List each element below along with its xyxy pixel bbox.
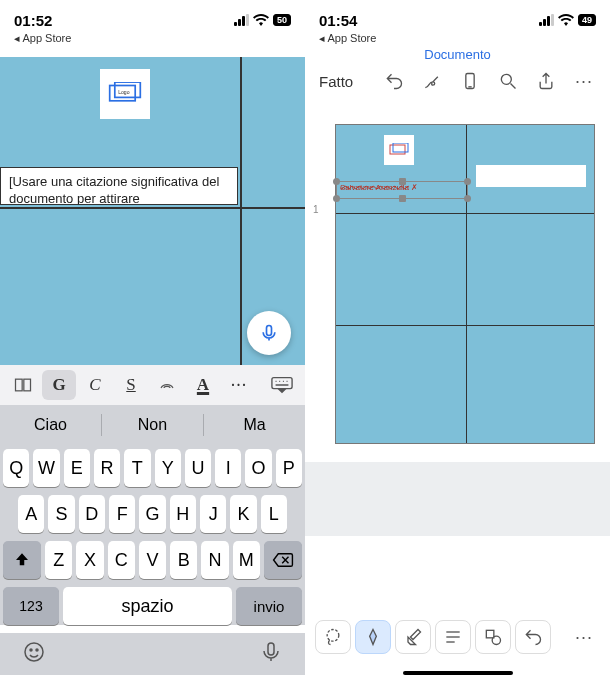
author-text[interactable]: Salvatore Aranzulla ✗	[340, 183, 418, 192]
key[interactable]: L	[261, 495, 287, 533]
key[interactable]: P	[276, 449, 302, 487]
logo-placeholder	[384, 135, 414, 165]
quote-textbox[interactable]: [Usare una citazione significativa del d…	[0, 167, 238, 205]
key[interactable]: B	[170, 541, 197, 579]
grid-line	[336, 325, 594, 326]
grid-line	[466, 125, 467, 443]
svg-rect-10	[268, 643, 274, 655]
svg-point-7	[25, 643, 43, 661]
status-icons: 49	[539, 14, 596, 26]
keyboard-toggle-button[interactable]	[265, 370, 299, 400]
more-format-button[interactable]: ···	[222, 370, 256, 400]
format-toolbar: G C S A ···	[0, 365, 305, 405]
document-canvas[interactable]: Salvatore Aranzulla ✗	[335, 124, 595, 444]
draw-button[interactable]	[416, 66, 448, 96]
key[interactable]: I	[215, 449, 241, 487]
enter-key[interactable]: invio	[236, 587, 302, 625]
emoji-button[interactable]	[22, 640, 46, 668]
lasso-button[interactable]	[315, 620, 351, 654]
textbox[interactable]	[476, 165, 586, 187]
key[interactable]: C	[108, 541, 135, 579]
key[interactable]: K	[230, 495, 256, 533]
bottom-toolbar: ···	[305, 613, 610, 661]
status-bar: 01:52 50	[0, 0, 305, 36]
backspace-key[interactable]	[264, 541, 302, 579]
shift-key[interactable]	[3, 541, 41, 579]
document-header: Documento Fatto ···	[305, 45, 610, 104]
undo-button[interactable]	[515, 620, 551, 654]
key[interactable]: M	[233, 541, 260, 579]
key[interactable]: Y	[155, 449, 181, 487]
back-to-app[interactable]: App Store	[305, 32, 610, 45]
document-canvas[interactable]: Logo [Usare una citazione significativa …	[0, 57, 305, 365]
suggestion[interactable]: Ma	[204, 416, 305, 434]
keyboard: QWERTYUIOP ASDFGHJKL ZXCVBNM 123 spazio …	[0, 445, 305, 625]
highlight-button[interactable]	[150, 370, 184, 400]
style-button[interactable]	[6, 370, 40, 400]
italic-button[interactable]: C	[78, 370, 112, 400]
grid-line	[0, 207, 305, 209]
mic-key[interactable]	[259, 640, 283, 668]
status-time: 01:52	[14, 12, 52, 29]
svg-point-8	[30, 649, 32, 651]
key[interactable]: N	[201, 541, 228, 579]
empty-space	[305, 462, 610, 536]
wifi-icon	[253, 14, 269, 26]
done-button[interactable]: Fatto	[315, 71, 357, 92]
key[interactable]: E	[64, 449, 90, 487]
numbers-key[interactable]: 123	[3, 587, 59, 625]
suggestion-bar: Ciao Non Ma	[0, 405, 305, 445]
svg-rect-5	[24, 379, 31, 391]
more-tools-button[interactable]: ···	[568, 622, 600, 652]
key[interactable]: S	[48, 495, 74, 533]
svg-point-13	[501, 74, 511, 84]
signal-icon	[234, 14, 249, 26]
key[interactable]: R	[94, 449, 120, 487]
status-icons: 50	[234, 14, 291, 26]
underline-button[interactable]: S	[114, 370, 148, 400]
pen-button[interactable]	[355, 620, 391, 654]
svg-point-22	[492, 636, 500, 644]
page-number: 1	[313, 204, 319, 215]
key[interactable]: D	[79, 495, 105, 533]
keyboard-footer	[0, 633, 305, 675]
mobile-view-button[interactable]	[454, 66, 486, 96]
more-button[interactable]: ···	[568, 66, 600, 96]
key[interactable]: W	[33, 449, 59, 487]
grid-line	[336, 213, 594, 214]
dictation-button[interactable]	[247, 311, 291, 355]
key[interactable]: T	[124, 449, 150, 487]
key[interactable]: J	[200, 495, 226, 533]
key[interactable]: X	[76, 541, 103, 579]
status-bar: 01:54 49	[305, 0, 610, 36]
key[interactable]: F	[109, 495, 135, 533]
svg-rect-21	[486, 630, 494, 638]
document-title[interactable]: Documento	[424, 47, 490, 62]
undo-button[interactable]	[378, 66, 410, 96]
key[interactable]: Q	[3, 449, 29, 487]
home-indicator[interactable]	[403, 671, 513, 675]
space-key[interactable]: spazio	[63, 587, 232, 625]
key[interactable]: O	[245, 449, 271, 487]
suggestion[interactable]: Ciao	[0, 416, 101, 434]
search-button[interactable]	[492, 66, 524, 96]
highlighter-button[interactable]	[395, 620, 431, 654]
key[interactable]: A	[18, 495, 44, 533]
key[interactable]: U	[185, 449, 211, 487]
back-to-app[interactable]: App Store	[0, 32, 305, 45]
logo-placeholder: Logo	[100, 69, 150, 119]
text-tool-button[interactable]	[435, 620, 471, 654]
svg-text:Logo: Logo	[118, 89, 129, 95]
share-button[interactable]	[530, 66, 562, 96]
suggestion[interactable]: Non	[102, 416, 203, 434]
font-color-button[interactable]: A	[186, 370, 220, 400]
shapes-button[interactable]	[475, 620, 511, 654]
svg-line-14	[511, 84, 516, 89]
key[interactable]: G	[139, 495, 165, 533]
key[interactable]: H	[170, 495, 196, 533]
bold-button[interactable]: G	[42, 370, 76, 400]
key[interactable]: V	[139, 541, 166, 579]
grid-line	[240, 57, 242, 365]
key[interactable]: Z	[45, 541, 72, 579]
svg-rect-6	[272, 378, 292, 389]
